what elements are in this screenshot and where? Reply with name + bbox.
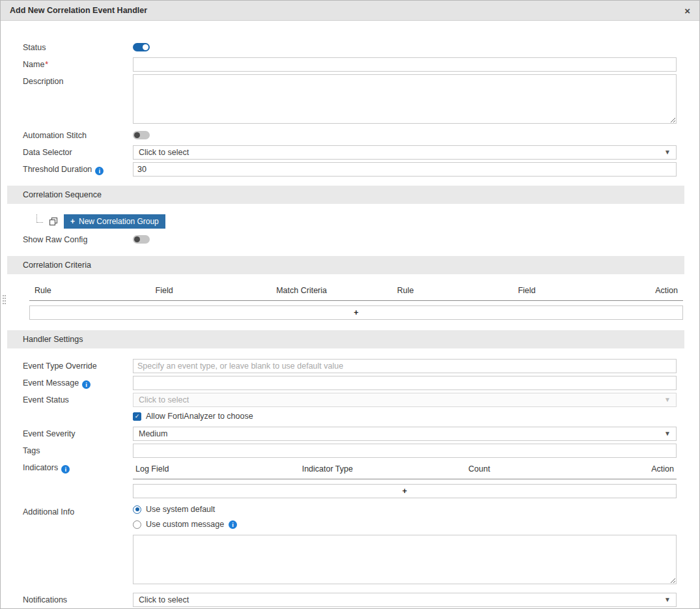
event-severity-row: Event Severity Medium ▼ xyxy=(23,427,677,441)
threshold-duration-input[interactable] xyxy=(133,162,677,177)
data-selector-label: Data Selector xyxy=(23,145,133,157)
indicators-label: Indicatorsi xyxy=(23,460,133,474)
event-type-override-row: Event Type Override xyxy=(23,359,677,373)
system-default-option[interactable]: Use system default xyxy=(133,505,677,514)
column-header: Count xyxy=(468,464,635,474)
info-icon[interactable]: i xyxy=(82,380,91,389)
name-row: Name* xyxy=(23,57,677,72)
column-header: Action xyxy=(635,464,674,474)
handler-settings-form: Event Type Override Event Messagei Event… xyxy=(7,359,684,607)
name-label: Name* xyxy=(23,57,133,69)
threshold-duration-label: Threshold Durationi xyxy=(23,162,133,175)
event-message-label: Event Messagei xyxy=(23,376,133,389)
check-icon: ✓ xyxy=(135,413,140,419)
threshold-duration-row: Threshold Durationi xyxy=(23,162,677,177)
add-correlation-event-handler-dialog: Add New Correlation Event Handler × Stat… xyxy=(0,0,700,609)
column-header: Rule xyxy=(397,286,518,295)
column-header: Log Field xyxy=(135,464,302,474)
additional-info-label: Additional Info xyxy=(23,505,133,517)
name-input[interactable] xyxy=(133,57,677,72)
correlation-group-icon[interactable] xyxy=(49,217,58,226)
show-raw-config-toggle[interactable] xyxy=(133,235,150,244)
new-correlation-group-label: New Correlation Group xyxy=(79,217,159,226)
toggle-knob xyxy=(134,132,140,138)
notifications-row: Notifications Click to select ▼ xyxy=(23,593,677,607)
description-textarea[interactable] xyxy=(133,74,677,124)
event-severity-select[interactable]: Medium ▼ xyxy=(133,427,677,441)
event-status-row: Event Status Click to select ▼ xyxy=(23,393,677,407)
selected-value: Click to select xyxy=(139,148,189,157)
column-header: Rule xyxy=(35,286,156,295)
correlation-criteria-header: Correlation Criteria xyxy=(7,256,684,274)
automation-stitch-row: Automation Stitch xyxy=(23,128,677,143)
dialog-title: Add New Correlation Event Handler xyxy=(10,6,147,15)
allow-choose-row: ✓ Allow FortiAnalyzer to choose xyxy=(23,410,677,424)
event-message-row: Event Messagei xyxy=(23,376,677,390)
correlation-group-tree-row: + New Correlation Group xyxy=(23,214,677,229)
indicators-row: Indicatorsi Log Field Indicator Type Cou… xyxy=(23,460,677,498)
selected-value: Medium xyxy=(139,429,167,438)
event-status-label: Event Status xyxy=(23,393,133,404)
required-mark: * xyxy=(45,60,48,69)
column-header: Field xyxy=(156,286,277,295)
column-header: Indicator Type xyxy=(302,464,469,474)
notifications-select[interactable]: Click to select ▼ xyxy=(133,593,677,607)
toggle-knob xyxy=(134,236,140,242)
data-selector-select[interactable]: Click to select ▼ xyxy=(133,145,677,160)
allow-choose-checkbox[interactable]: ✓ xyxy=(133,412,141,421)
column-header: Field xyxy=(518,286,639,295)
plus-icon: + xyxy=(70,217,75,226)
indicators-table-header: Log Field Indicator Type Count Action xyxy=(133,460,677,479)
tags-row: Tags xyxy=(23,444,677,458)
additional-info-row: Additional Info Use system default Use c… xyxy=(23,505,677,586)
event-severity-label: Event Severity xyxy=(23,427,133,438)
dialog-titlebar: Add New Correlation Event Handler × xyxy=(1,1,699,21)
new-correlation-group-button[interactable]: + New Correlation Group xyxy=(64,214,165,229)
correlation-sequence-header: Correlation Sequence xyxy=(7,186,684,204)
add-indicator-row-button[interactable]: + xyxy=(133,484,677,498)
toggle-knob xyxy=(143,44,148,50)
description-row: Description xyxy=(23,74,677,126)
selected-value: Click to select xyxy=(139,595,189,604)
info-icon[interactable]: i xyxy=(61,465,70,474)
description-label: Description xyxy=(23,74,133,86)
correlation-sequence-body: + New Correlation Group Show Raw Config xyxy=(7,214,684,247)
chevron-down-icon: ▼ xyxy=(664,431,671,437)
custom-message-textarea[interactable] xyxy=(133,535,677,584)
status-toggle[interactable] xyxy=(133,43,150,51)
event-message-input[interactable] xyxy=(133,376,677,390)
correlation-criteria-table: Rule Field Match Criteria Rule Field Act… xyxy=(29,282,683,320)
add-criteria-row-button[interactable]: + xyxy=(29,305,683,320)
radio-unselected-icon[interactable] xyxy=(133,520,141,529)
show-raw-config-row: Show Raw Config xyxy=(23,233,677,247)
custom-message-option[interactable]: Use custom message i xyxy=(133,520,677,529)
show-raw-config-label: Show Raw Config xyxy=(23,233,133,244)
allow-choose-label: Allow FortiAnalyzer to choose xyxy=(146,412,253,421)
column-header: Match Criteria xyxy=(276,286,397,295)
plus-icon: + xyxy=(354,308,358,317)
selected-value: Click to select xyxy=(139,395,189,404)
resize-handle[interactable] xyxy=(3,295,4,296)
plus-icon: + xyxy=(402,487,407,496)
spacer xyxy=(23,410,133,412)
tags-input[interactable] xyxy=(133,444,677,458)
tags-label: Tags xyxy=(23,444,133,455)
info-icon[interactable]: i xyxy=(229,520,237,529)
handler-settings-header: Handler Settings xyxy=(7,330,684,348)
automation-stitch-toggle[interactable] xyxy=(133,131,150,139)
tree-connector xyxy=(36,214,43,223)
event-type-override-input[interactable] xyxy=(133,359,677,373)
event-type-override-label: Event Type Override xyxy=(23,359,133,371)
general-settings-form: Status Name* Description Automation Stit… xyxy=(7,40,684,177)
system-default-label: Use system default xyxy=(146,505,215,514)
chevron-down-icon: ▼ xyxy=(664,149,671,156)
criteria-table-header: Rule Field Match Criteria Rule Field Act… xyxy=(29,282,683,301)
chevron-down-icon: ▼ xyxy=(664,597,671,603)
info-icon[interactable]: i xyxy=(95,167,104,175)
close-icon[interactable]: × xyxy=(684,6,690,16)
column-header: Action xyxy=(639,286,678,295)
radio-selected-icon[interactable] xyxy=(133,505,141,514)
indicators-table: Log Field Indicator Type Count Action + xyxy=(133,460,677,498)
notifications-label: Notifications xyxy=(23,593,133,604)
chevron-down-icon: ▼ xyxy=(664,397,671,403)
